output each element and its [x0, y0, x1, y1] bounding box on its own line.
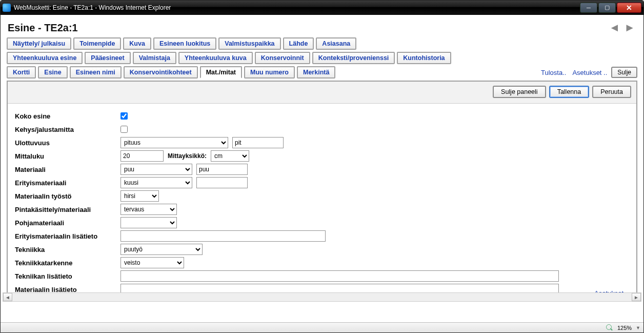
- prev-arrow-icon[interactable]: ◄: [607, 21, 622, 34]
- label-tekniikkatarkenne: Tekniikkatarkenne: [15, 259, 120, 267]
- settings-link[interactable]: Asetukset ..: [570, 69, 609, 76]
- tab-lahde[interactable]: Lähde: [283, 37, 314, 50]
- cancel-button[interactable]: Peruuta: [592, 86, 631, 98]
- scroll-right-icon[interactable]: ►: [632, 293, 641, 301]
- form: Koko esine Kehys/jalustamitta Ulottuvuus…: [8, 104, 636, 302]
- page-title: Esine - TE2a:1: [8, 22, 607, 34]
- label-koko-esine: Koko esine: [15, 112, 120, 120]
- label-mittayksikko: Mittayksikkö:: [168, 152, 207, 160]
- ie-favicon-icon: [3, 4, 11, 12]
- tab-nayttely[interactable]: Näyttely/ julkaisu: [7, 37, 71, 50]
- checkbox-koko-esine[interactable]: [120, 112, 128, 120]
- label-tyosto: Materiaalin työstö: [15, 192, 120, 200]
- panel: Sulje paneeli Tallenna Peruuta Koko esin…: [7, 81, 637, 301]
- close-window-button[interactable]: ✕: [617, 3, 641, 13]
- label-pohjamateriaali: Pohjamateriaali: [15, 219, 120, 227]
- tab-muu-numero[interactable]: Muu numero: [244, 66, 295, 79]
- tab-valmistaja[interactable]: Valmistaja: [133, 52, 176, 64]
- label-erityis-lisa: Erityismateriaalin lisätieto: [15, 232, 120, 240]
- label-kehys: Kehys/jalustamitta: [15, 126, 120, 133]
- tab-paaesineet[interactable]: Pääesineet: [85, 52, 130, 64]
- tab-yhteenkuuluva-esine[interactable]: Yhteenkuuluva esine: [7, 52, 83, 64]
- status-bar: 125% ▼: [1, 322, 643, 332]
- select-tekniikkatarkenne[interactable]: veisto: [120, 257, 184, 268]
- scroll-left-icon[interactable]: ◄: [3, 293, 12, 301]
- tab-kuva[interactable]: Kuva: [123, 37, 151, 50]
- tab-row-3: Kortti Esine Esineen nimi Konservointiko…: [7, 66, 637, 79]
- window: WebMusketti: Esine - TE2a:1 - Windows In…: [0, 0, 644, 333]
- tab-kuntohistoria[interactable]: Kuntohistoria: [397, 52, 451, 64]
- select-erityismateriaali[interactable]: kuusi: [120, 177, 192, 188]
- tab-kortti[interactable]: Kortti: [7, 66, 36, 79]
- tab-asiasana[interactable]: Asiasana: [316, 37, 356, 50]
- tab-yhteenkuuluva-kuva[interactable]: Yhteenkuuluva kuva: [178, 52, 253, 64]
- tab-esineen-nimi[interactable]: Esineen nimi: [70, 66, 122, 79]
- panel-toolbar: Sulje paneeli Tallenna Peruuta: [8, 82, 636, 104]
- horizontal-scrollbar[interactable]: ◄ ►: [3, 292, 641, 302]
- tab-toimenpide[interactable]: Toimenpide: [73, 37, 121, 50]
- select-pintakasittely[interactable]: tervaus: [120, 204, 177, 215]
- input-materiaali-text[interactable]: [196, 164, 248, 175]
- input-erityismateriaali-text[interactable]: [196, 177, 248, 188]
- window-buttons: ─ ▢ ✕: [579, 3, 641, 13]
- label-materiaali: Materiaali: [15, 166, 120, 173]
- page-header: Esine - TE2a:1 ◄ ►: [1, 15, 643, 37]
- tab-konservointikohteet[interactable]: Konservointikohteet: [124, 66, 198, 79]
- close-panel-button[interactable]: Sulje paneeli: [493, 86, 546, 98]
- tab-rows: Näyttely/ julkaisu Toimenpide Kuva Esine…: [1, 37, 643, 79]
- input-erityis-lisa[interactable]: [120, 230, 326, 242]
- tab-konteksti[interactable]: Konteksti/provenienssi: [312, 52, 395, 64]
- select-materiaali[interactable]: puu: [120, 164, 192, 175]
- next-arrow-icon[interactable]: ►: [622, 21, 637, 34]
- tab-row-1: Näyttely/ julkaisu Toimenpide Kuva Esine…: [7, 37, 637, 50]
- select-tyosto[interactable]: hirsi: [120, 190, 159, 202]
- print-link[interactable]: Tulosta..: [539, 69, 568, 76]
- label-mittaluku: Mittaluku: [15, 152, 120, 160]
- input-mittaluku[interactable]: [120, 150, 164, 162]
- titlebar: WebMusketti: Esine - TE2a:1 - Windows In…: [1, 1, 643, 15]
- checkbox-kehys[interactable]: [120, 126, 128, 133]
- select-mittayksikko[interactable]: cm: [211, 150, 249, 162]
- zoom-dropdown-icon[interactable]: ▼: [636, 325, 640, 330]
- tab-valmistuspaikka[interactable]: Valmistuspaikka: [218, 37, 280, 50]
- minimize-button[interactable]: ─: [580, 3, 597, 13]
- label-ulottuvuus: Ulottuvuus: [15, 139, 120, 147]
- zoom-level: 125%: [617, 325, 632, 331]
- tab-esineen-luokitus[interactable]: Esineen luokitus: [153, 37, 216, 50]
- tab-esine[interactable]: Esine: [38, 66, 67, 79]
- tab-mat-mitat[interactable]: Mat./mitat: [200, 66, 242, 79]
- tab-konservoinnit[interactable]: Konservoinnit: [255, 52, 310, 64]
- save-button[interactable]: Tallenna: [549, 86, 590, 98]
- label-tekniikan-lisatieto: Tekniikan lisätieto: [15, 272, 120, 280]
- select-ulottuvuus[interactable]: pituus: [120, 137, 228, 148]
- maximize-button[interactable]: ▢: [598, 3, 616, 13]
- window-title: WebMusketti: Esine - TE2a:1 - Windows In…: [14, 4, 579, 11]
- label-tekniikka: Tekniikka: [15, 246, 120, 253]
- label-pintakasittely: Pintakäsittely/materiaali: [15, 206, 120, 213]
- input-ulottuvuus-text[interactable]: [232, 137, 284, 148]
- input-tekniikan-lisatieto[interactable]: [120, 270, 559, 282]
- select-pohjamateriaali[interactable]: [120, 217, 177, 228]
- tab-row-2: Yhteenkuuluva esine Pääesineet Valmistaj…: [7, 52, 637, 64]
- tab-merkinta[interactable]: Merkintä: [297, 66, 335, 79]
- label-erityismateriaali: Erityismateriaali: [15, 179, 120, 187]
- close-page-button[interactable]: Sulje: [611, 67, 637, 78]
- zoom-icon[interactable]: [606, 324, 613, 331]
- select-tekniikka[interactable]: puutyö: [120, 244, 203, 255]
- client-area: Esine - TE2a:1 ◄ ► Näyttely/ julkaisu To…: [1, 15, 643, 322]
